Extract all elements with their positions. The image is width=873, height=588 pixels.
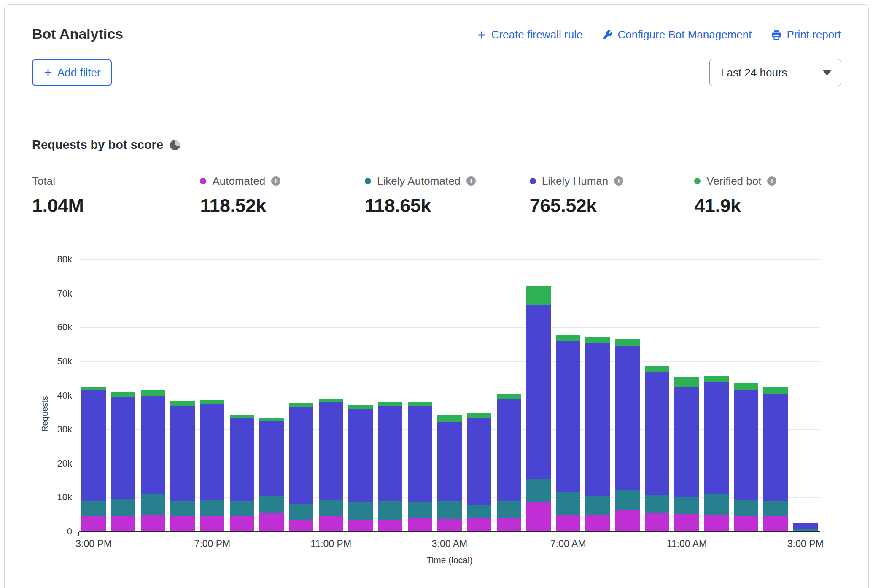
bar-segment-likely-automated	[111, 499, 135, 516]
bar-segment-verified-bot	[704, 376, 729, 382]
bar-segment-verified-bot	[319, 399, 343, 402]
bar-segment-verified-bot	[467, 413, 491, 418]
legend-dot	[365, 178, 371, 184]
bar-7-00-am[interactable]	[553, 335, 583, 531]
bar-3-00-pm[interactable]	[79, 387, 108, 531]
bar-9-00-am[interactable]	[613, 339, 642, 531]
bar-segment-likely-human	[111, 397, 135, 499]
bar-segment-likely-human	[289, 407, 313, 504]
stat-likely-human: Likely Humani765.52k	[512, 174, 676, 217]
bar-12-00-am[interactable]	[346, 405, 375, 531]
bar-segment-likely-human	[319, 402, 343, 500]
bar-5-00-am[interactable]	[494, 394, 523, 531]
stat-label: Total	[32, 175, 55, 188]
bar-4-00-am[interactable]	[464, 413, 494, 531]
bar-segment-automated	[615, 510, 640, 531]
bar-segment-likely-automated	[734, 500, 758, 516]
bar-segment-verified-bot	[556, 335, 580, 341]
bar-2-00-pm[interactable]	[761, 387, 790, 531]
y-tick-label: 80k	[57, 254, 72, 265]
bar-5-00-pm[interactable]	[138, 390, 168, 531]
bar-segment-automated	[704, 515, 729, 531]
bar-segment-automated	[378, 520, 402, 531]
add-filter-button[interactable]: Add filter	[32, 59, 112, 86]
bar-segment-likely-automated	[289, 504, 313, 520]
bar-segment-automated	[141, 515, 165, 531]
configure-bot-management-link[interactable]: Configure Bot Management	[602, 28, 752, 41]
bar-7-00-pm[interactable]	[197, 400, 227, 531]
y-tick-label: 40k	[57, 390, 72, 401]
y-tick-label: 70k	[57, 288, 72, 299]
add-filter-label: Add filter	[57, 66, 101, 79]
stats-row: Total 1.04M Automatedi118.52kLikely Auto…	[32, 174, 841, 217]
bar-10-00-pm[interactable]	[286, 403, 316, 531]
bar-11-00-am[interactable]	[672, 377, 701, 531]
bar-segment-verified-bot	[170, 401, 195, 406]
bar-segment-likely-automated	[230, 501, 254, 516]
x-tick-label: 11:00 AM	[667, 538, 707, 550]
bar-segment-automated	[170, 516, 195, 531]
bar-segment-likely-human	[408, 406, 432, 502]
bar-segment-likely-human	[378, 406, 402, 501]
bar-segment-verified-bot	[230, 415, 254, 418]
bar-1-00-am[interactable]	[375, 402, 405, 531]
x-tick-label: 3:00 PM	[787, 538, 824, 550]
x-axis-title: Time (local)	[79, 555, 820, 565]
x-axis-line	[79, 531, 820, 532]
bar-segment-verified-bot	[526, 286, 551, 305]
bar-1-00-pm[interactable]	[731, 383, 761, 531]
bar-segment-likely-automated	[259, 496, 284, 512]
create-firewall-rule-link[interactable]: Create firewall rule	[477, 28, 583, 41]
bar-segment-likely-human	[793, 523, 818, 529]
bar-6-00-am[interactable]	[524, 286, 553, 531]
info-icon[interactable]: i	[767, 176, 776, 186]
bar-10-00-am[interactable]	[642, 366, 672, 531]
action-label: Create firewall rule	[491, 28, 583, 41]
bar-segment-likely-human	[259, 421, 284, 496]
header-divider	[5, 108, 868, 108]
bar-segment-verified-bot	[763, 387, 788, 394]
stat-label: Likely Human	[542, 175, 609, 188]
bar-segment-automated	[645, 513, 669, 531]
bar-12-00-pm[interactable]	[702, 376, 731, 531]
wrench-icon	[602, 30, 613, 40]
chart-plot	[79, 259, 820, 531]
printer-icon	[771, 30, 782, 40]
bar-segment-verified-bot	[615, 339, 640, 346]
section-title: Requests by bot score	[32, 138, 163, 152]
bar-segment-automated	[556, 515, 580, 531]
bar-9-00-pm[interactable]	[257, 418, 286, 531]
bar-segment-automated	[230, 516, 254, 531]
bar-8-00-pm[interactable]	[227, 415, 257, 531]
info-icon[interactable]: i	[466, 176, 476, 186]
info-icon[interactable]: i	[271, 176, 280, 186]
bar-segment-automated	[111, 516, 135, 531]
bar-segment-likely-automated	[526, 479, 551, 502]
bar-segment-likely-human	[734, 390, 758, 500]
info-icon[interactable]: i	[614, 176, 623, 186]
legend-dot	[530, 178, 536, 184]
bar-2-00-am[interactable]	[405, 402, 434, 531]
bar-segment-automated	[467, 518, 491, 531]
action-label: Print report	[787, 28, 841, 41]
bar-8-00-am[interactable]	[583, 337, 612, 531]
bar-segment-verified-bot	[437, 415, 462, 422]
time-range-value: Last 24 hours	[721, 66, 787, 79]
bar-4-00-pm[interactable]	[108, 392, 138, 531]
bar-11-00-pm[interactable]	[316, 399, 346, 531]
bar-segment-likely-human	[645, 372, 669, 495]
bar-3-00-pm[interactable]	[791, 523, 820, 531]
stat-verified-bot: Verified boti41.9k	[676, 174, 841, 217]
stat-label: Automated	[212, 175, 265, 188]
time-range-select[interactable]: Last 24 hours	[709, 59, 841, 86]
bar-segment-verified-bot	[200, 400, 224, 404]
bar-segment-likely-human	[200, 404, 224, 500]
bar-segment-verified-bot	[674, 377, 699, 387]
y-tick-label: 20k	[57, 458, 72, 469]
print-report-link[interactable]: Print report	[771, 28, 841, 41]
bar-3-00-am[interactable]	[435, 415, 464, 531]
bar-segment-verified-bot	[81, 387, 106, 390]
bar-segment-likely-human	[230, 418, 254, 501]
x-tick-label: 3:00 AM	[432, 538, 467, 550]
bar-6-00-pm[interactable]	[168, 401, 197, 531]
